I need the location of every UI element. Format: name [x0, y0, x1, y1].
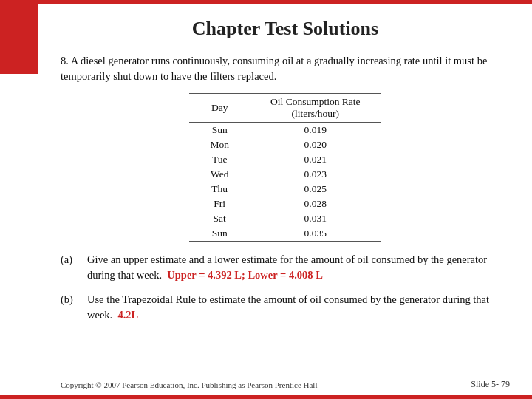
table-cell-day: Thu [189, 182, 250, 197]
part-label: (a) [61, 252, 87, 267]
red-decorative-bar [0, 0, 38, 74]
table-cell-rate: 0.021 [250, 152, 381, 167]
table-cell-day: Tue [189, 152, 250, 167]
table-cell-rate: 0.031 [250, 211, 381, 226]
table-row: Wed 0.023 [189, 167, 381, 182]
table-cell-day: Fri [189, 197, 250, 211]
page-title: Chapter Test Solutions [61, 18, 510, 40]
table-cell-rate: 0.019 [250, 123, 381, 138]
oil-consumption-table: Day Oil Consumption Rate (liters/hour) S… [189, 93, 381, 242]
red-bottom-line [0, 395, 532, 399]
main-content: Chapter Test Solutions 8. A diesel gener… [38, 4, 532, 395]
part-text: Use the Trapezoidal Rule to estimate the… [87, 292, 510, 323]
part-text: Give an upper estimate and a lower estim… [87, 252, 510, 283]
footer: Copyright © 2007 Pearson Education, Inc.… [38, 379, 532, 390]
table-wrapper: Day Oil Consumption Rate (liters/hour) S… [61, 93, 510, 242]
parts-section: (a) Give an upper estimate and a lower e… [61, 252, 510, 323]
table-cell-day: Sun [189, 226, 250, 242]
table-row: Thu 0.025 [189, 182, 381, 197]
table-cell-day: Sat [189, 211, 250, 226]
table-cell-day: Wed [189, 167, 250, 182]
table-cell-day: Mon [189, 137, 250, 152]
part-item: (b) Use the Trapezoidal Rule to estimate… [61, 292, 510, 323]
table-cell-day: Sun [189, 123, 250, 138]
part-answer: Upper = 4.392 L; Lower = 4.008 L [167, 269, 323, 281]
table-cell-rate: 0.028 [250, 197, 381, 211]
part-item: (a) Give an upper estimate and a lower e… [61, 252, 510, 283]
table-row: Fri 0.028 [189, 197, 381, 211]
question-text: 8. A diesel generator runs continuously,… [61, 53, 510, 84]
col-day-header: Day [189, 94, 250, 123]
table-cell-rate: 0.023 [250, 167, 381, 182]
question-number: 8. [61, 55, 69, 66]
slide-number: Slide 5- 79 [471, 379, 510, 390]
table-row: Sun 0.019 [189, 123, 381, 138]
question-body: A diesel generator runs continuously, co… [61, 55, 487, 82]
part-label: (b) [61, 292, 87, 307]
table-cell-rate: 0.020 [250, 137, 381, 152]
part-answer: 4.2L [117, 309, 138, 321]
table-cell-rate: 0.025 [250, 182, 381, 197]
table-row: Sat 0.031 [189, 211, 381, 226]
table-cell-rate: 0.035 [250, 226, 381, 242]
table-row: Tue 0.021 [189, 152, 381, 167]
copyright-text: Copyright © 2007 Pearson Education, Inc.… [61, 381, 317, 389]
col-rate-header: Oil Consumption Rate (liters/hour) [250, 94, 381, 123]
table-row: Mon 0.020 [189, 137, 381, 152]
table-row: Sun 0.035 [189, 226, 381, 242]
